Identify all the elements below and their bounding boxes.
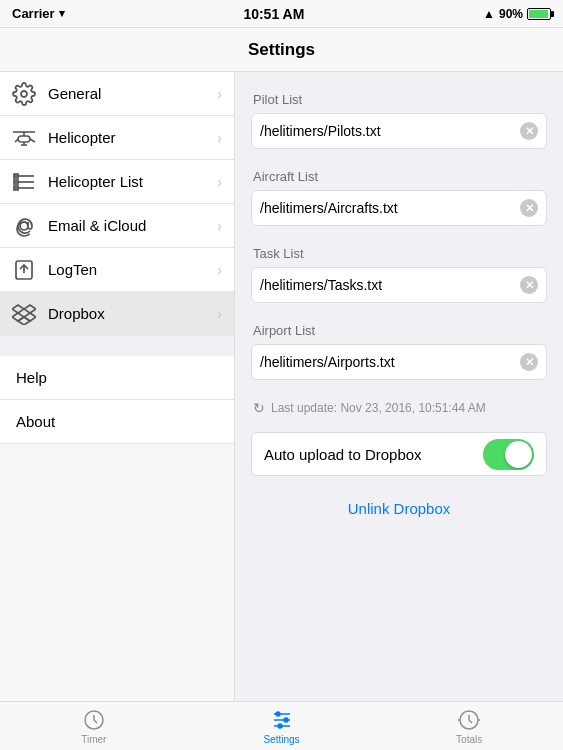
svg-marker-20	[24, 313, 36, 321]
aircraft-list-group: Aircraft List /helitimers/Aircrafts.txt …	[251, 169, 547, 226]
chevron-right-icon: ›	[217, 86, 222, 102]
svg-point-28	[278, 724, 282, 728]
helicopter-icon	[8, 122, 40, 154]
status-battery: ▲ 90%	[483, 7, 551, 21]
sidebar-item-logten-label: LogTen	[48, 261, 217, 278]
chevron-right-icon: ›	[217, 130, 222, 146]
airport-list-group: Airport List /helitimers/Airports.txt ✕	[251, 323, 547, 380]
detail-panel: Pilot List /helitimers/Pilots.txt ✕ Airc…	[235, 72, 563, 701]
status-time: 10:51 AM	[243, 6, 304, 22]
pilot-list-clear-button[interactable]: ✕	[520, 122, 538, 140]
unlink-label: Unlink Dropbox	[348, 500, 451, 517]
sidebar-nav-section: General › Helicopter ›	[0, 72, 234, 336]
airport-list-label: Airport List	[253, 323, 547, 338]
chevron-right-icon: ›	[217, 174, 222, 190]
sidebar-item-about[interactable]: About	[0, 400, 234, 444]
svg-rect-3	[18, 136, 30, 142]
aircraft-list-label: Aircraft List	[253, 169, 547, 184]
refresh-icon: ↻	[253, 400, 265, 416]
totals-clock-icon	[457, 708, 481, 732]
unlink-dropbox-button[interactable]: Unlink Dropbox	[251, 492, 547, 525]
sidebar-item-about-label: About	[16, 413, 55, 430]
svg-marker-18	[24, 305, 36, 313]
gear-icon	[8, 78, 40, 110]
sidebar-item-helicopter-list[interactable]: Helicopter List ›	[0, 160, 234, 204]
aircraft-list-input-row: /helitimers/Aircrafts.txt ✕	[251, 190, 547, 226]
last-update-text: Last update: Nov 23, 2016, 10:51:44 AM	[271, 401, 486, 415]
svg-line-5	[15, 139, 18, 142]
sidebar-item-helicopter-label: Helicopter	[48, 129, 217, 146]
task-list-label: Task List	[253, 246, 547, 261]
sidebar: General › Helicopter ›	[0, 72, 235, 701]
airport-list-clear-button[interactable]: ✕	[520, 353, 538, 371]
tab-totals[interactable]: Totals	[375, 702, 563, 750]
airport-list-input-row: /helitimers/Airports.txt ✕	[251, 344, 547, 380]
clock-icon	[82, 708, 106, 732]
tab-timer[interactable]: Timer	[0, 702, 188, 750]
dropbox-icon	[8, 298, 40, 330]
chevron-right-icon: ›	[217, 262, 222, 278]
pilot-list-label: Pilot List	[253, 92, 547, 107]
sidebar-item-dropbox[interactable]: Dropbox ›	[0, 292, 234, 336]
sidebar-item-general[interactable]: General ›	[0, 72, 234, 116]
svg-point-0	[21, 91, 27, 97]
settings-icon	[270, 708, 294, 732]
svg-point-26	[276, 712, 280, 716]
toggle-knob	[505, 441, 532, 468]
pilot-list-input-row: /helitimers/Pilots.txt ✕	[251, 113, 547, 149]
chevron-right-icon: ›	[217, 218, 222, 234]
sidebar-item-help-label: Help	[16, 369, 47, 386]
tab-settings[interactable]: Settings	[188, 702, 376, 750]
task-list-value: /helitimers/Tasks.txt	[260, 277, 520, 293]
pilot-list-group: Pilot List /helitimers/Pilots.txt ✕	[251, 92, 547, 149]
status-carrier: Carrier ▾	[12, 6, 65, 21]
aircraft-list-value: /helitimers/Aircrafts.txt	[260, 200, 520, 216]
aircraft-list-clear-button[interactable]: ✕	[520, 199, 538, 217]
sidebar-item-logten[interactable]: LogTen ›	[0, 248, 234, 292]
sidebar-item-email-label: Email & iCloud	[48, 217, 217, 234]
pilot-list-value: /helitimers/Pilots.txt	[260, 123, 520, 139]
tab-timer-label: Timer	[81, 734, 106, 745]
svg-marker-21	[18, 317, 30, 325]
status-bar: Carrier ▾ 10:51 AM ▲ 90%	[0, 0, 563, 28]
svg-marker-19	[12, 313, 24, 321]
page-title: Settings	[248, 40, 315, 60]
sidebar-item-help[interactable]: Help	[0, 356, 234, 400]
sidebar-item-helicopter-list-label: Helicopter List	[48, 173, 217, 190]
sidebar-bottom-section: Help About	[0, 356, 234, 444]
upload-icon	[8, 254, 40, 286]
tab-settings-label: Settings	[263, 734, 299, 745]
list-icon	[8, 166, 40, 198]
auto-upload-label: Auto upload to Dropbox	[264, 446, 422, 463]
last-update-row: ↻ Last update: Nov 23, 2016, 10:51:44 AM	[253, 400, 547, 416]
airport-list-value: /helitimers/Airports.txt	[260, 354, 520, 370]
main-content: General › Helicopter ›	[0, 72, 563, 701]
sidebar-item-email-icloud[interactable]: Email & iCloud ›	[0, 204, 234, 248]
sidebar-separator	[0, 336, 234, 356]
svg-marker-17	[12, 305, 24, 313]
auto-upload-toggle[interactable]	[483, 439, 534, 470]
nav-bar: Settings	[0, 28, 563, 72]
chevron-right-icon: ›	[217, 306, 222, 322]
task-list-group: Task List /helitimers/Tasks.txt ✕	[251, 246, 547, 303]
svg-line-4	[30, 139, 35, 142]
auto-upload-row: Auto upload to Dropbox	[251, 432, 547, 476]
at-icon	[8, 210, 40, 242]
svg-point-27	[284, 718, 288, 722]
sidebar-item-general-label: General	[48, 85, 217, 102]
sidebar-item-dropbox-label: Dropbox	[48, 305, 217, 322]
battery-icon	[527, 8, 551, 20]
task-list-clear-button[interactable]: ✕	[520, 276, 538, 294]
tab-bar: Timer Settings Totals	[0, 701, 563, 750]
wifi-icon: ▾	[59, 7, 65, 20]
sidebar-item-helicopter[interactable]: Helicopter ›	[0, 116, 234, 160]
tab-totals-label: Totals	[456, 734, 482, 745]
task-list-input-row: /helitimers/Tasks.txt ✕	[251, 267, 547, 303]
location-icon: ▲	[483, 7, 495, 21]
